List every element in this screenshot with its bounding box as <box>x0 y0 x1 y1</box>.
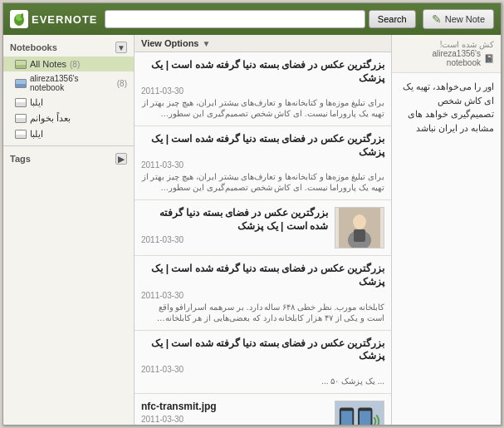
sidebar-divider <box>3 145 134 146</box>
note-title: بزرگترین عکس در فضای بسته دنیا گرفته شده… <box>141 207 328 233</box>
sidebar-item-notebook4[interactable]: ایلبا <box>3 126 134 142</box>
list-item[interactable]: بزرگترین عکس در فضای بسته دنیا گرفته شده… <box>135 52 391 126</box>
preview-panel: کش شده است! 📓 alireza1356's notebook اور… <box>392 35 501 425</box>
sidebar-item-notebook3[interactable]: بعداً بخوانم <box>3 111 134 126</box>
notebook1-count: (8) <box>117 79 127 88</box>
search-button[interactable]: Search <box>369 10 416 28</box>
notebook4-label: ایلبا <box>30 129 43 140</box>
main-content: Notebooks ▼ All Notes (8) alireza1356's … <box>3 35 501 425</box>
note-date: 2011-03-30 <box>141 365 384 374</box>
sidebar-item-notebook2[interactable]: ایلبا <box>3 95 134 111</box>
sidebar-item-all-notes[interactable]: All Notes (8) <box>3 57 134 71</box>
note-date: 2011-03-30 <box>141 415 328 424</box>
note-text-area: بزرگترین عکس در فضای بسته دنیا گرفته شده… <box>141 207 328 248</box>
search-input[interactable] <box>105 10 365 28</box>
notebooks-expand-icon[interactable]: ▼ <box>115 42 127 53</box>
preview-body: اور را می‌خواهد، تهیه یک ای کاش شخص تصمی… <box>392 73 501 425</box>
note-text-area: nfc-transmit.jpg 2011-03-30 <box>141 401 328 425</box>
preview-status: کش شده است! <box>440 40 494 49</box>
note-title: بزرگترین عکس در فضای بسته دنیا گرفته شده… <box>141 59 384 85</box>
svg-rect-7 <box>354 229 365 242</box>
note-thumbnail <box>335 207 384 248</box>
view-options-arrow[interactable]: ▼ <box>202 39 210 48</box>
notebook2-icon <box>15 98 27 107</box>
note-text-area: بزرگترین عکس در فضای بسته دنیا گرفته شده… <box>141 133 384 193</box>
note-title: بزرگترین عکس در فضای بسته دنیا گرفته شده… <box>141 337 384 363</box>
note-title: بزرگترین عکس در فضای بسته دنیا گرفته شده… <box>141 263 384 288</box>
preview-body-text: اور را می‌خواهد، تهیه یک ای کاش شخص تصمی… <box>399 80 494 135</box>
search-area: Search <box>105 10 416 28</box>
tags-section-header: Tags ▶ <box>3 150 134 168</box>
notebook1-label: alireza1356's notebook <box>30 74 114 92</box>
note-text-area: بزرگترین عکس در فضای بسته دنیا گرفته شده… <box>141 337 384 386</box>
list-item[interactable]: بزرگترین عکس در فضای بسته دنیا گرفته شده… <box>135 256 391 330</box>
preview-header: کش شده است! 📓 alireza1356's notebook <box>392 35 501 73</box>
notebook3-label: بعداً بخوانم <box>30 113 71 124</box>
sidebar-item-notebook1[interactable]: alireza1356's notebook (8) <box>3 71 134 95</box>
note-text-area: بزرگترین عکس در فضای بسته دنیا گرفته شده… <box>141 263 384 322</box>
note-title: nfc-transmit.jpg <box>141 401 328 414</box>
svg-rect-13 <box>360 411 371 425</box>
notebook2-label: ایلبا <box>30 97 43 108</box>
list-item[interactable]: بزرگترین عکس در فضای بسته دنیا گرفته شده… <box>135 331 391 394</box>
notebook3-icon <box>15 114 27 123</box>
all-notes-count: (8) <box>70 60 80 69</box>
note-thumbnail <box>335 401 384 425</box>
new-note-button[interactable]: ✎ New Note <box>423 9 494 29</box>
note-snippet: برای تبلیغ موزه‌ها و کتابخانه‌ها و تعارف… <box>141 171 384 193</box>
notes-list: بزرگترین عکس در فضای بسته دنیا گرفته شده… <box>135 52 391 425</box>
list-item[interactable]: nfc-transmit.jpg 2011-03-30 <box>135 394 391 425</box>
note-snippet: کابلخانه مورب. نظر خطی ۶۴۸ ساله دارد. بر… <box>141 302 384 323</box>
logo-text: EVERNOTE <box>32 13 98 26</box>
preview-notebook: 📓 alireza1356's notebook <box>399 49 494 67</box>
note-date: 2011-03-30 <box>141 291 384 300</box>
sidebar: Notebooks ▼ All Notes (8) alireza1356's … <box>3 35 135 425</box>
note-text-area: بزرگترین عکس در فضای بسته دنیا گرفته شده… <box>141 59 384 119</box>
note-snippet: ... یک پزشک ۵۰ ... <box>141 376 384 386</box>
note-date: 2011-03-30 <box>141 160 384 170</box>
logo-area: EVERNOTE <box>10 10 98 28</box>
new-note-label: New Note <box>445 14 485 24</box>
notebook4-icon <box>15 130 27 139</box>
note-list-area: View Options ▼ بزرگترین عکس در فضای بسته… <box>135 35 392 425</box>
note-snippet: برای تبلیغ موزه‌ها و کتابخانه‌ها و تعارف… <box>141 97 384 119</box>
preview-notebook-label: alireza1356's notebook <box>399 49 481 67</box>
list-item[interactable]: بزرگترین عکس در فضای بسته دنیا گرفته شده… <box>135 126 391 200</box>
notebooks-section-header: Notebooks ▼ <box>3 38 134 57</box>
notebook-icon: 📓 <box>484 54 494 63</box>
note-title: بزرگترین عکس در فضای بسته دنیا گرفته شده… <box>141 133 384 159</box>
new-note-icon: ✎ <box>432 12 442 26</box>
svg-rect-10 <box>341 411 353 425</box>
note-date: 2011-03-30 <box>141 235 328 244</box>
header: EVERNOTE Search ✎ New Note <box>3 3 501 35</box>
svg-point-5 <box>353 214 366 229</box>
all-notes-icon <box>15 60 27 69</box>
evernote-logo-icon <box>10 10 28 28</box>
notebook1-icon <box>15 79 27 88</box>
svg-rect-3 <box>22 13 23 15</box>
tags-label: Tags <box>10 154 31 164</box>
all-notes-label: All Notes <box>30 59 66 69</box>
list-item[interactable]: بزرگترین عکس در فضای بسته دنیا گرفته شده… <box>135 200 391 256</box>
view-options-bar: View Options ▼ <box>135 35 391 52</box>
tags-expand-icon[interactable]: ▶ <box>115 153 127 165</box>
notebooks-label: Notebooks <box>10 42 57 52</box>
preview-meta: کش شده است! <box>399 40 494 49</box>
view-options-label: View Options <box>141 38 198 48</box>
note-date: 2011-03-30 <box>141 86 384 96</box>
